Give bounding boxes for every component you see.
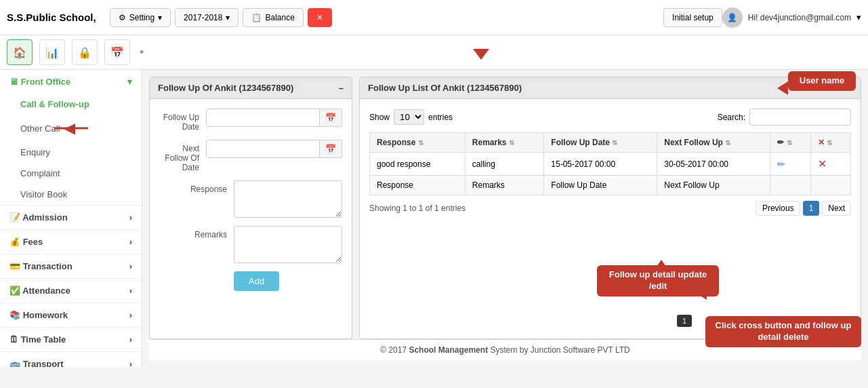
chevron-icon4: ›: [129, 261, 132, 271]
sidebar-item-other-call[interactable]: Other Call ◀: [0, 115, 142, 142]
remarks-label: Remarks: [159, 226, 234, 239]
follow-up-form-panel: Follow Up Of Ankit (1234567890) – Follow…: [149, 77, 352, 339]
showing-label: Showing 1 to 1 of 1 entries: [369, 203, 466, 213]
fees-header[interactable]: 💰 Fees ›: [0, 230, 142, 254]
entries-select[interactable]: 10 25 50: [394, 109, 424, 125]
transport-section: 🚌 Transport ›: [0, 352, 142, 367]
collapse-icon[interactable]: –: [339, 83, 344, 93]
col-remarks: Remarks ⇅: [465, 133, 543, 153]
fees-section: 💰 Fees ›: [0, 230, 142, 254]
front-office-header[interactable]: 🖥 Front Office ▾: [0, 70, 142, 94]
chevron-icon7: ›: [129, 334, 132, 345]
home-icon-button[interactable]: 🏠: [7, 39, 33, 65]
top-navbar: S.S.Public School, ⚙ Setting ▾ 2017-2018…: [0, 0, 868, 35]
show-entries-bar: Show 10 25 50 entries Search:: [369, 109, 851, 125]
delete-button[interactable]: ✕: [818, 157, 827, 170]
col-edit: ✏ ⇅: [770, 133, 810, 153]
prev-page-button[interactable]: Previous: [756, 201, 800, 216]
timetable-header[interactable]: 🗓 Time Table ›: [0, 328, 142, 351]
sort-remarks[interactable]: ⇅: [509, 139, 514, 147]
table-footer: Showing 1 to 1 of 1 entries Previous 1 N…: [369, 201, 851, 216]
remarks-textarea[interactable]: [234, 226, 342, 263]
follow-up-list-panel: Follow Up List Of Ankit (1234567890) – S…: [359, 77, 861, 339]
chevron-icon3: ›: [129, 237, 132, 247]
sort-response[interactable]: ⇅: [418, 139, 423, 147]
table-container: Response ⇅ Remarks ⇅ Follo: [369, 132, 851, 195]
follow-up-date-label: Follow Up Date: [159, 109, 206, 132]
admission-header[interactable]: 📝 Admission ›: [0, 206, 142, 229]
table-footer-row: Response Remarks Follow Up Date Next Fol…: [370, 176, 851, 195]
footer-edit: [770, 176, 810, 195]
calendar-icon-next[interactable]: 📅: [320, 140, 342, 158]
response-textarea[interactable]: [234, 180, 342, 218]
table-head: Response ⇅ Remarks ⇅ Follo: [370, 133, 851, 153]
sort-edit[interactable]: ⇅: [787, 139, 792, 147]
cell-next-followup: 30-05-2017 00:00: [657, 153, 770, 176]
form-panel-header: Follow Up Of Ankit (1234567890) –: [150, 77, 352, 99]
year-button[interactable]: 2017-2018 ▾: [175, 8, 239, 27]
sidebar-item-visitor-book[interactable]: Visitor Book: [0, 184, 142, 205]
show-label: Show: [369, 113, 390, 122]
list-panel-title: Follow Up List Of Ankit (1234567890): [368, 83, 522, 93]
chevron-down-icon2: ▾: [226, 13, 230, 22]
calendar-icon-button[interactable]: 📅: [104, 39, 130, 65]
edit-button[interactable]: ✏: [777, 159, 785, 170]
setting-button[interactable]: ⚙ Setting ▾: [110, 8, 171, 27]
sort-followup-date[interactable]: ⇅: [612, 139, 617, 147]
list-panel-body: Show 10 25 50 entries Search:: [360, 99, 861, 338]
remarks-group: Remarks: [159, 226, 342, 263]
entries-label: entries: [428, 113, 453, 122]
page-1-button[interactable]: 1: [803, 201, 820, 216]
next-page-button[interactable]: Next: [822, 201, 851, 216]
search-box: Search:: [718, 109, 851, 125]
form-panel-title: Follow Up Of Ankit (1234567890): [158, 83, 293, 93]
chevron-icon: ▾: [127, 77, 132, 87]
content-row: Follow Up Of Ankit (1234567890) – Follow…: [149, 77, 861, 339]
cell-response: good response: [370, 153, 466, 176]
add-button[interactable]: Add: [234, 271, 279, 291]
list-collapse-icon[interactable]: –: [848, 83, 852, 93]
lock-icon-button[interactable]: 🔒: [72, 39, 98, 65]
chevron-icon6: ›: [129, 310, 132, 320]
transaction-header[interactable]: 💳 Transaction ›: [0, 254, 142, 278]
add-button-container: Add: [159, 271, 342, 291]
sort-next-followup[interactable]: ⇅: [725, 139, 730, 147]
table-body: good response calling 15-05-2017 00:00 3…: [370, 153, 851, 195]
next-follow-date-group: Next Follow Of Date 📅: [159, 140, 342, 172]
timetable-icon: 🗓: [9, 334, 18, 345]
homework-header[interactable]: 📚 Homework ›: [0, 303, 142, 327]
follow-up-date-input[interactable]: [206, 109, 320, 127]
cell-remarks: calling: [465, 153, 543, 176]
arrow-line: [54, 128, 88, 130]
attendance-header[interactable]: ✅ Attendance ›: [0, 279, 142, 303]
response-label: Response: [159, 180, 234, 194]
cell-edit: ✏: [770, 153, 810, 176]
sidebar: 🖥 Front Office ▾ Call & Follow-up Other …: [0, 70, 142, 367]
attendance-section: ✅ Attendance ›: [0, 279, 142, 303]
initial-setup-button[interactable]: Initial setup: [663, 8, 722, 27]
chevron-down-icon: ▾: [158, 13, 162, 22]
table-row: good response calling 15-05-2017 00:00 3…: [370, 153, 851, 176]
nav-indicator: •: [140, 45, 144, 60]
next-follow-date-input[interactable]: [206, 140, 320, 158]
sidebar-item-call-followup[interactable]: Call & Follow-up: [0, 94, 142, 115]
user-info: Hi! dev4junction@gmail.com: [748, 13, 851, 22]
transport-header[interactable]: 🚌 Transport ›: [0, 352, 142, 367]
chevron-icon5: ›: [129, 286, 132, 296]
main-content: Follow Up Of Ankit (1234567890) – Follow…: [142, 70, 868, 367]
col-followup-date: Follow Up Date ⇅: [544, 133, 657, 153]
sidebar-item-complaint[interactable]: Complaint: [0, 163, 142, 184]
pagination: Previous 1 Next: [756, 201, 851, 216]
search-label: Search:: [718, 113, 745, 122]
footer-followup-date: Follow Up Date: [544, 176, 657, 195]
col-delete: ✕ ⇅: [810, 133, 850, 153]
sort-delete[interactable]: ⇅: [827, 139, 832, 147]
edit-col-icon: ✏: [777, 138, 784, 147]
sidebar-item-enquiry[interactable]: Enquiry: [0, 142, 142, 163]
search-input[interactable]: [749, 109, 851, 125]
close-button[interactable]: ✕: [308, 8, 332, 27]
report-icon-button[interactable]: 📊: [39, 39, 65, 65]
balance-button[interactable]: 📋 Balance: [243, 8, 303, 27]
admission-icon: 📝: [9, 212, 20, 222]
calendar-icon-followup[interactable]: 📅: [320, 109, 342, 127]
